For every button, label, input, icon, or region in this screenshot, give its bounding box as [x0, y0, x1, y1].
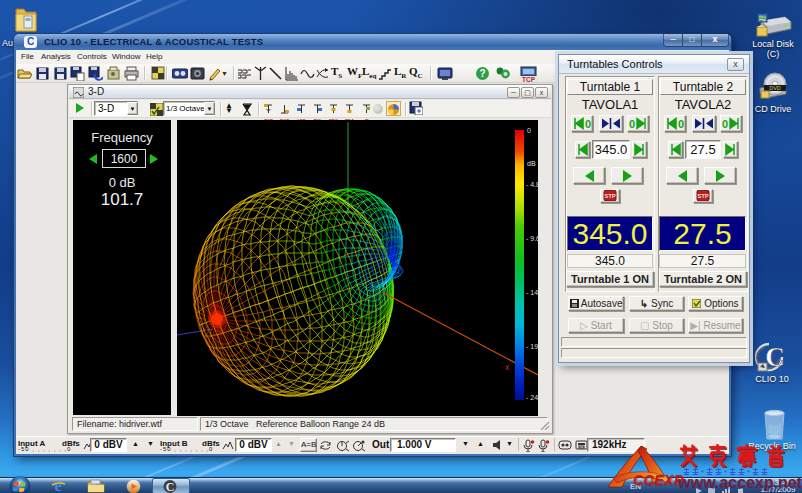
svg-text:0: 0	[678, 118, 684, 130]
svg-text:e: e	[54, 478, 61, 493]
svg-text:0: 0	[629, 118, 635, 130]
svg-text:DVD: DVD	[769, 85, 781, 91]
svg-text:0: 0	[585, 118, 591, 130]
svg-text:x: x	[505, 362, 510, 372]
svg-text:STP: STP	[604, 193, 616, 199]
svg-text:0: 0	[722, 118, 728, 130]
svg-text:STP: STP	[697, 193, 709, 199]
svg-text:C: C	[166, 480, 175, 493]
svg-text:TCP: TCP	[522, 76, 536, 83]
svg-text:C: C	[765, 342, 785, 372]
svg-text:?: ?	[479, 68, 485, 79]
